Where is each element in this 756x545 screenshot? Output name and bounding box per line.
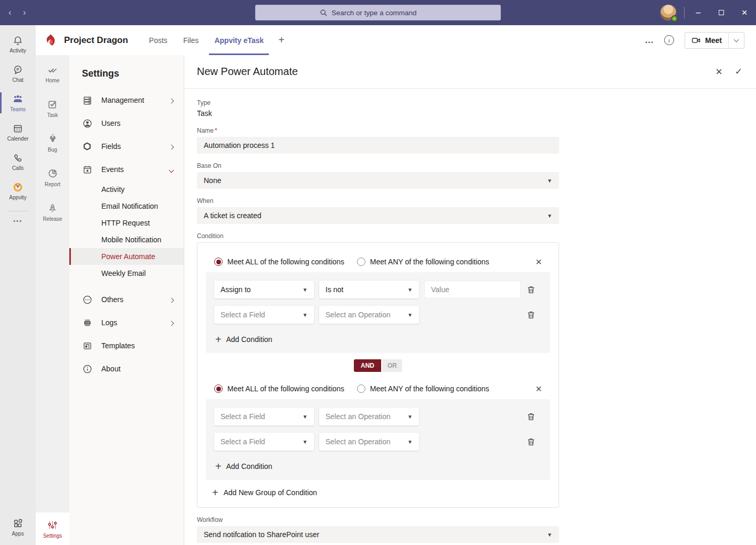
back-icon[interactable]: ‹ (8, 7, 12, 18)
appvity-logo-icon (12, 181, 24, 193)
add-condition-button[interactable]: + Add Condition (214, 458, 542, 477)
meet-any-label[interactable]: Meet ANY of the following conditions (370, 384, 489, 393)
rail-item-apps[interactable]: Apps (0, 512, 36, 542)
rail-item-calendar[interactable]: Calender (0, 117, 36, 147)
team-name: Project Dragon (64, 35, 128, 46)
command-search[interactable] (255, 5, 501, 20)
when-dropdown[interactable]: A ticket is created ▼ (197, 207, 559, 224)
operation-dropdown[interactable]: Select an Operation ▼ (319, 433, 419, 451)
sidebar-subitem-power-automate[interactable]: Power Automate (69, 248, 184, 265)
status-available-icon: ✓ (671, 15, 678, 22)
base-on-dropdown[interactable]: None ▼ (197, 172, 559, 189)
sidebar-item-logs[interactable]: LOG Logs (69, 311, 184, 334)
field-dropdown[interactable]: Select a Field ▼ (214, 306, 314, 324)
form-header: New Power Automate × ✓ (184, 55, 756, 89)
rail-item-activity[interactable]: Activity (0, 29, 36, 59)
rail-label: Calls (12, 165, 24, 171)
calendar-icon (12, 123, 24, 134)
operation-dropdown[interactable]: Is not ▼ (319, 281, 419, 298)
chevron-down-icon (734, 37, 739, 42)
apps-grid-icon (12, 518, 24, 529)
sidebar-subitem-email-notification[interactable]: Email Notification (69, 198, 184, 215)
value-input[interactable] (424, 281, 521, 298)
sidebar-item-templates[interactable]: Templates (69, 334, 184, 357)
sidebar-subitem-http-request[interactable]: HTTP Request (69, 215, 184, 231)
tab-appvity-etask[interactable]: Appvity eTask (209, 25, 269, 55)
meet-any-label[interactable]: Meet ANY of the following conditions (370, 258, 489, 266)
save-form-icon[interactable]: ✓ (735, 66, 742, 77)
app-rail-label: Report (45, 181, 60, 187)
meet-all-label[interactable]: Meet ALL of the following conditions (227, 384, 344, 393)
forward-icon[interactable]: › (23, 7, 26, 18)
sidebar-item-about[interactable]: About (69, 357, 184, 380)
caret-down-icon: ▼ (547, 178, 552, 184)
more-apps-icon[interactable]: ••• (13, 218, 23, 224)
rail-label: Apps (12, 531, 24, 537)
chevron-right-icon (170, 318, 173, 327)
tab-posts[interactable]: Posts (144, 25, 173, 55)
app-rail-home[interactable]: Home (36, 56, 69, 91)
sidebar-subitem-weekly-email[interactable]: Weekly Email (69, 265, 184, 282)
rail-item-calls[interactable]: Calls (0, 147, 36, 176)
search-input[interactable] (332, 9, 437, 17)
camera-icon (691, 36, 701, 45)
sidebar-subitem-activity[interactable]: Activity (69, 181, 184, 198)
app-rail-release[interactable]: Release (36, 195, 69, 229)
app-rail-task[interactable]: Task (36, 91, 69, 125)
sidebar-item-users[interactable]: Users (69, 112, 184, 135)
add-tab-icon[interactable]: + (274, 25, 289, 55)
maximize-button[interactable] (710, 0, 733, 25)
or-toggle[interactable]: OR (382, 359, 402, 372)
workflow-dropdown[interactable]: Send notifcation to SharePoint user ▼ (197, 526, 559, 543)
field-dropdown[interactable]: Assign to ▼ (214, 281, 314, 298)
remove-group-icon[interactable]: × (536, 383, 542, 394)
trash-icon[interactable] (527, 437, 536, 446)
trash-icon[interactable] (527, 285, 536, 294)
field-dropdown[interactable]: Select a Field ▼ (214, 433, 314, 451)
pie-chart-icon (47, 168, 58, 179)
field-dropdown[interactable]: Select a Field ▼ (214, 408, 314, 425)
meet-any-radio[interactable] (357, 258, 365, 266)
operation-dropdown[interactable]: Select an Operation ▼ (319, 408, 419, 425)
remove-group-icon[interactable]: × (536, 257, 542, 267)
rail-item-teams[interactable]: Teams (0, 88, 36, 117)
and-toggle[interactable]: AND (354, 359, 381, 372)
close-window-button[interactable]: × (733, 0, 756, 25)
info-icon[interactable]: i (664, 35, 674, 45)
more-options-icon[interactable]: ... (645, 36, 654, 45)
meet-all-radio[interactable] (214, 258, 223, 266)
meet-all-radio[interactable] (214, 384, 223, 393)
name-input[interactable] (197, 137, 559, 154)
sidebar-item-label: Fields (101, 142, 121, 151)
operation-dropdown[interactable]: Select an Operation ▼ (319, 306, 419, 324)
channel-tabs: Posts Files Appvity eTask + (144, 25, 289, 55)
app-rail-settings[interactable]: Settings (36, 512, 69, 545)
meet-all-label[interactable]: Meet ALL of the following conditions (227, 258, 344, 266)
rail-label: Appvity (9, 195, 27, 200)
trash-icon[interactable] (527, 412, 536, 421)
meet-dropdown-button[interactable] (729, 39, 744, 41)
rail-item-chat[interactable]: Chat (0, 59, 36, 88)
meet-button[interactable]: Meet (685, 32, 744, 49)
sidebar-item-others[interactable]: Others (69, 288, 184, 311)
user-avatar[interactable]: ✓ (660, 4, 677, 21)
caret-down-icon: ▼ (407, 312, 413, 318)
app-rail-label: Settings (43, 533, 62, 539)
sidebar-subitem-mobile-notification[interactable]: Mobile Notification (69, 231, 184, 248)
teams-people-icon (12, 93, 24, 105)
close-form-icon[interactable]: × (716, 66, 722, 78)
rail-item-appvity[interactable]: Appvity (0, 176, 36, 206)
sidebar-item-events[interactable]: Events (69, 158, 184, 181)
caret-down-icon: ▼ (407, 414, 413, 420)
sidebar-item-management[interactable]: Management (69, 89, 184, 112)
topbar: ‹ › ✓ – × (0, 0, 756, 25)
sidebar-item-fields[interactable]: Fields (69, 135, 184, 158)
minimize-button[interactable]: – (687, 0, 710, 25)
tab-files[interactable]: Files (178, 25, 204, 55)
add-condition-button[interactable]: + Add Condition (214, 331, 542, 350)
add-new-group-button[interactable]: + Add New Group of Condition (212, 487, 550, 498)
app-rail-bug[interactable]: Bug (36, 125, 69, 160)
trash-icon[interactable] (527, 311, 536, 319)
meet-any-radio[interactable] (357, 384, 365, 393)
app-rail-report[interactable]: Report (36, 160, 69, 195)
